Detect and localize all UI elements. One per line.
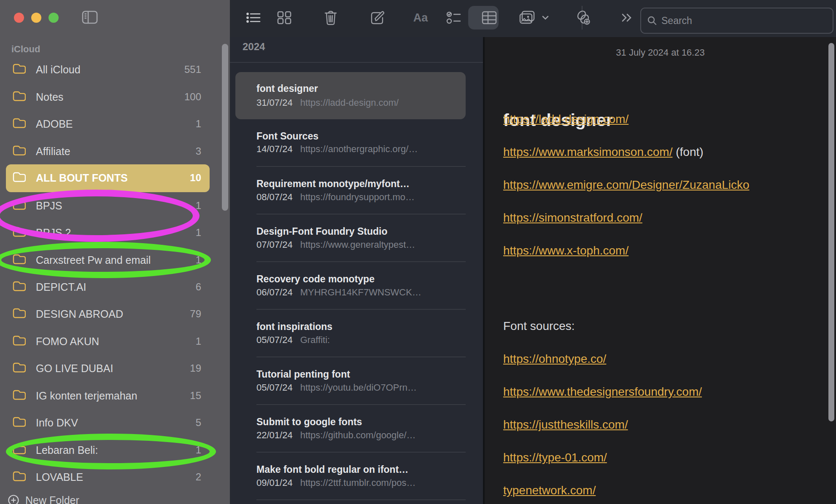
sidebar-item-fomo-akun[interactable]: FOMO AKUN 1 (0, 327, 230, 355)
sidebar-item-info-dkv[interactable]: Info DKV 5 (0, 409, 230, 436)
note-link[interactable]: https://simonstratford.com/ (503, 211, 642, 225)
link-text[interactable]: typenetwork.com/ (503, 484, 596, 497)
sidebar-item-go-live-dubai[interactable]: GO LIVE DUBAI 19 (0, 354, 230, 382)
folder-count: 6 (196, 281, 201, 293)
link-text[interactable]: https://www.thedesignersfoundry.com/ (503, 385, 702, 398)
note-preview: https://github.com/google/… (300, 430, 416, 441)
zoom-button[interactable] (49, 13, 59, 23)
note-link[interactable]: https://www.marksimonson.com/ (font) (503, 145, 704, 159)
toggle-sidebar-icon[interactable] (82, 10, 98, 24)
minimize-button[interactable] (31, 13, 41, 23)
note-date: 05/07/24 (256, 335, 293, 346)
folder-name: Info DKV (36, 416, 78, 429)
trash-icon[interactable] (324, 10, 337, 25)
note-divider (256, 309, 466, 310)
note-divider (256, 499, 466, 500)
note-date: 22/01/24 (256, 430, 293, 441)
sidebar-item-carxstreet[interactable]: Carxstreet Pw and email 1 (0, 246, 230, 273)
more-chevrons-icon[interactable] (621, 13, 633, 22)
note-link[interactable]: typenetwork.com/ (503, 484, 596, 497)
note-divider (256, 261, 466, 262)
folder-name: LOVABLE (36, 471, 83, 483)
sidebar-item-all-bout-fonts[interactable]: ALL BOUT FONTS 10 (0, 164, 230, 191)
link-text[interactable]: https://type-01.com/ (503, 451, 607, 464)
new-folder-label: New Folder (25, 494, 79, 504)
link-text[interactable]: https://www.marksimonson.com/ (503, 145, 672, 158)
note-title: Recovery code monotype (256, 273, 375, 285)
note-link[interactable]: https://type-01.com/ (503, 451, 607, 464)
link-text[interactable]: https://justtheskills.com/ (503, 418, 628, 431)
link-text[interactable]: https://www.emigre.com/Designer/ZuzanaLi… (503, 178, 750, 191)
link-text[interactable]: https://www.x-toph.com/ (503, 244, 628, 257)
folder-count: 1 (196, 254, 201, 266)
close-button[interactable] (14, 13, 24, 23)
sidebar-item-lovable[interactable]: LOVABLE 2 (0, 463, 230, 491)
folder-icon (13, 307, 26, 318)
table-icon[interactable] (482, 11, 497, 24)
note-divider (256, 404, 466, 405)
folder-name: Lebaran Beli: (36, 444, 98, 456)
chevron-down-icon[interactable] (542, 15, 549, 20)
note-title: Requirement monotype/myfont… (256, 178, 410, 190)
list-view-icon[interactable] (246, 11, 261, 24)
note-subtitle: 05/07/24 Graffiti: (256, 335, 330, 346)
note-title: Tutorial penting font (256, 369, 350, 380)
note-link[interactable]: https://justtheskills.com/ (503, 418, 628, 432)
note-subtitle: 05/07/24 https://youtu.be/diO7OPrn… (256, 382, 417, 393)
note-link[interactable]: https://ladd-design.com/ (503, 113, 628, 126)
notes-list-scrollbar[interactable] (473, 39, 480, 471)
folder-name: FOMO AKUN (36, 335, 99, 347)
note-preview: https://ladd-design.com/ (300, 97, 399, 108)
folder-count: 3 (196, 145, 201, 157)
folder-count: 2 (196, 471, 201, 483)
note-link[interactable]: https://www.thedesignersfoundry.com/ (503, 385, 702, 399)
note-pane-scrollbar[interactable] (828, 43, 834, 421)
sidebar-item-bpjs[interactable]: BPJS 1 (0, 192, 230, 219)
note-subtitle: 08/07/24 https://foundrysupport.mo… (256, 192, 415, 203)
sidebar-item-all-icloud[interactable]: All iCloud 551 (0, 56, 230, 83)
folder-name: Notes (36, 91, 63, 103)
sidebar-item-adobe[interactable]: ADOBE 1 (0, 110, 230, 137)
note-date: 06/07/24 (256, 287, 293, 298)
note-preview: Graffiti: (300, 335, 330, 346)
sidebar-item-lebaran-beli[interactable]: Lebaran Beli: 1 (0, 436, 230, 464)
gallery-view-icon[interactable] (277, 11, 291, 24)
note-link[interactable]: https://www.emigre.com/Designer/ZuzanaLi… (503, 178, 750, 192)
folder-count: 1 (196, 200, 201, 212)
folder-name: ADOBE (36, 118, 73, 130)
folder-count: 1 (196, 227, 201, 239)
sidebar-item-notes[interactable]: Notes 100 (0, 83, 230, 110)
add-link-icon[interactable] (575, 10, 591, 26)
folder-name: BPJS (36, 199, 62, 212)
compose-icon[interactable] (370, 10, 385, 25)
link-text[interactable]: https://ohnotype.co/ (503, 352, 606, 365)
new-folder-button[interactable]: New Folder (8, 490, 79, 504)
note-subtitle: 14/07/24 https://anothergraphic.org/… (256, 144, 418, 155)
note-subtitle: 31/07/24 https://ladd-design.com/ (256, 97, 399, 108)
checklist-icon[interactable] (446, 11, 461, 24)
sidebar-item-design-abroad[interactable]: DESIGN ABROAD 79 (0, 300, 230, 327)
link-text[interactable]: https://simonstratford.com/ (503, 211, 642, 224)
search-input[interactable]: Search (640, 8, 833, 34)
format-icon[interactable]: Aa (413, 11, 428, 24)
folder-name: All iCloud (36, 63, 81, 75)
note-title: Make font bold regular on ifont… (256, 464, 408, 475)
sidebar-item-ig-konten[interactable]: IG konten terjemahan 15 (0, 382, 230, 409)
note-link[interactable]: https://ohnotype.co/ (503, 352, 606, 366)
folder-count: 551 (184, 64, 201, 75)
sidebar-item-depict-ai[interactable]: DEPICT.AI 6 (0, 273, 230, 300)
sidebar-item-bpjs-2[interactable]: BPJS 2 1 (0, 219, 230, 246)
link-text[interactable]: https://ladd-design.com/ (503, 113, 628, 126)
note-date: 08/07/24 (256, 192, 293, 203)
note-timestamp: 31 July 2024 at 16.23 (485, 47, 836, 58)
note-preview: MYHRGH14KF7WNSWCK… (300, 287, 421, 298)
folder-name: DESIGN ABROAD (36, 308, 123, 320)
media-icon[interactable] (519, 11, 536, 25)
folder-name: GO LIVE DUBAI (36, 362, 113, 374)
note-link[interactable]: https://www.x-toph.com/ (503, 244, 628, 257)
folder-count: 1 (196, 118, 201, 130)
sidebar-item-affiliate[interactable]: Affiliate 3 (0, 137, 230, 165)
note-date: 14/07/24 (256, 144, 293, 155)
folder-count: 15 (190, 390, 201, 402)
sidebar-scrollbar[interactable] (222, 44, 228, 211)
